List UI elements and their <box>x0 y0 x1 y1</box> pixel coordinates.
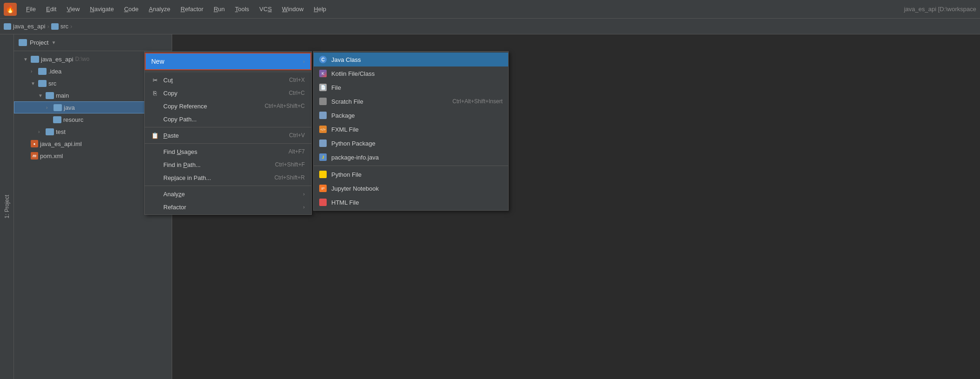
replace-in-path-icon <box>151 174 159 181</box>
ctx-cut-text: Cut <box>163 77 173 84</box>
ctx-refactor-label: Refactor <box>151 203 186 211</box>
package-label: Package <box>331 112 355 119</box>
submenu-file[interactable]: 📄 File <box>314 80 508 94</box>
window-title: java_es_api [D:\workspace <box>904 6 976 13</box>
file-label: File <box>331 84 341 91</box>
ctx-paste[interactable]: 📋 Paste Ctrl+V <box>145 129 311 142</box>
python-package-left: Python Package <box>319 140 376 147</box>
menu-analyze[interactable]: Analyze <box>144 4 175 14</box>
fxml-left: </> FXML File <box>319 126 359 133</box>
ctx-find-usages[interactable]: Find Usages Alt+F7 <box>145 145 311 158</box>
ctx-refactor-text: Refactor <box>163 204 186 211</box>
menu-tools[interactable]: Tools <box>230 4 254 14</box>
find-in-path-icon <box>151 161 159 168</box>
scratch-label: Scratch File <box>331 98 363 105</box>
breadcrumb-src[interactable]: src <box>60 23 68 30</box>
submenu-fxml[interactable]: </> FXML File <box>314 122 508 136</box>
breadcrumb-sep-2: › <box>70 23 72 30</box>
refactor-arrow: › <box>303 204 305 210</box>
copy-shortcut: Ctrl+C <box>289 90 305 96</box>
submenu-scratch-file[interactable]: Scratch File Ctrl+Alt+Shift+Insert <box>314 94 508 108</box>
breadcrumb: java_es_api › src › <box>0 19 980 34</box>
context-menu-overlay: New › ✂ Cut Ctrl+X ⎘ Copy Ctrl+C <box>0 34 980 379</box>
copy-icon: ⎘ <box>151 89 159 97</box>
ctx-copy[interactable]: ⎘ Copy Ctrl+C <box>145 86 311 100</box>
ctx-paste-text: Paste <box>163 132 179 139</box>
python-file-label: Python File <box>331 171 362 178</box>
separator-2 <box>145 127 311 127</box>
context-menu-new[interactable]: New › <box>145 53 311 70</box>
submenu-python-package[interactable]: Python Package <box>314 136 508 150</box>
menu-run[interactable]: Run <box>209 4 229 14</box>
menu-file[interactable]: File <box>21 4 40 14</box>
copy-path-icon <box>151 115 159 123</box>
ctx-replace-in-path-text: Replace in Path... <box>163 174 211 181</box>
java-class-label: Java Class <box>331 56 361 63</box>
menu-edit[interactable]: Edit <box>41 4 61 14</box>
ctx-replace-in-path[interactable]: Replace in Path... Ctrl+Shift+R <box>145 171 311 184</box>
ctx-cut[interactable]: ✂ Cut Ctrl+X <box>145 73 311 86</box>
ctx-replace-in-path-label: Replace in Path... <box>151 174 211 181</box>
analyze-icon <box>151 190 159 198</box>
fxml-label: FXML File <box>331 126 359 133</box>
menu-view[interactable]: View <box>62 4 84 14</box>
java-class-left: C Java Class <box>319 56 361 63</box>
breadcrumb-sep-1: › <box>47 23 49 30</box>
separator-4 <box>145 186 311 186</box>
kotlin-icon: K <box>319 70 327 77</box>
ctx-paste-label: 📋 Paste <box>151 132 179 139</box>
paste-icon: 📋 <box>151 132 159 139</box>
menu-vcs[interactable]: VCS <box>255 4 276 14</box>
submenu-jupyter[interactable]: IP Jupyter Notebook <box>314 181 508 195</box>
package-info-label: package-info.java <box>331 154 379 161</box>
scissors-icon: ✂ <box>151 76 159 84</box>
main-area: 1: Project Project ▼ ▼ java_es_api D:\wo… <box>0 34 980 379</box>
menu-code[interactable]: Code <box>120 4 143 14</box>
package-info-icon: J <box>319 153 327 161</box>
html-icon <box>319 199 327 206</box>
submenu-separator <box>314 166 508 166</box>
ctx-copy-path-label: Copy Path... <box>151 115 197 123</box>
breadcrumb-folder-icon <box>4 23 11 30</box>
submenu-java-class[interactable]: C Java Class <box>314 53 508 66</box>
menu-bar: 🔥 File Edit View Navigate Code Analyze R… <box>0 0 980 19</box>
ctx-refactor[interactable]: Refactor › <box>145 200 311 213</box>
html-label: HTML File <box>331 199 359 206</box>
scratch-shortcut: Ctrl+Alt+Shift+Insert <box>452 98 503 105</box>
ctx-copy-text: Copy <box>163 90 177 97</box>
ctx-find-in-path[interactable]: Find in Path... Ctrl+Shift+F <box>145 158 311 171</box>
breadcrumb-project[interactable]: java_es_api <box>13 23 45 30</box>
refactor-icon <box>151 203 159 211</box>
menu-window[interactable]: Window <box>277 4 308 14</box>
ctx-find-usages-text: Find Usages <box>163 148 197 155</box>
submenu-python-file[interactable]: Python File <box>314 167 508 181</box>
new-arrow: › <box>303 59 305 64</box>
separator-3 <box>145 143 311 144</box>
fxml-icon: </> <box>319 126 327 133</box>
ctx-analyze[interactable]: Analyze › <box>145 187 311 200</box>
menu-help[interactable]: Help <box>309 4 331 14</box>
submenu-package[interactable]: Package <box>314 108 508 122</box>
kotlin-left: K Kotlin File/Class <box>319 70 375 77</box>
ctx-copy-reference[interactable]: Copy Reference Ctrl+Alt+Shift+C <box>145 100 311 113</box>
package-left: Package <box>319 112 355 119</box>
app-logo: 🔥 <box>4 3 17 16</box>
cut-shortcut: Ctrl+X <box>289 77 305 83</box>
jupyter-label: Jupyter Notebook <box>331 185 379 192</box>
package-icon <box>319 112 327 119</box>
find-usages-shortcut: Alt+F7 <box>289 148 305 155</box>
ctx-find-in-path-label: Find in Path... <box>151 161 201 168</box>
menu-refactor[interactable]: Refactor <box>176 4 208 14</box>
jupyter-left: IP Jupyter Notebook <box>319 185 379 192</box>
kotlin-label: Kotlin File/Class <box>331 70 375 77</box>
submenu-kotlin[interactable]: K Kotlin File/Class <box>314 66 508 80</box>
paste-shortcut: Ctrl+V <box>289 132 305 139</box>
context-menu: New › ✂ Cut Ctrl+X ⎘ Copy Ctrl+C <box>144 51 312 215</box>
submenu-package-info[interactable]: J package-info.java <box>314 150 508 164</box>
ctx-find-usages-label: Find Usages <box>151 148 197 155</box>
python-file-icon <box>319 171 327 178</box>
menu-navigate[interactable]: Navigate <box>85 4 118 14</box>
ctx-copy-path[interactable]: Copy Path... <box>145 113 311 126</box>
submenu-html[interactable]: HTML File <box>314 195 508 209</box>
analyze-arrow: › <box>303 191 305 197</box>
